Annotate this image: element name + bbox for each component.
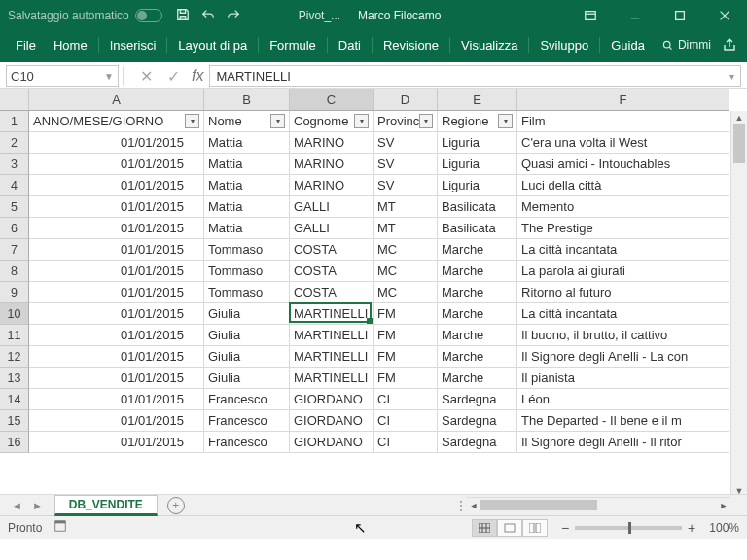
filter-dropdown-icon[interactable]: ▾	[354, 114, 369, 128]
col-header-B[interactable]: B	[204, 89, 290, 111]
cell[interactable]: CI	[374, 389, 438, 410]
row-header[interactable]: 9	[0, 282, 29, 303]
cell[interactable]: MARINO	[290, 175, 374, 196]
tab-data[interactable]: Dati	[330, 33, 370, 57]
cell[interactable]: 01/01/2015	[29, 368, 204, 389]
cell[interactable]: MT	[374, 218, 438, 239]
save-icon[interactable]	[176, 8, 190, 24]
filter-dropdown-icon[interactable]: ▾	[270, 114, 285, 128]
cell[interactable]: 01/01/2015	[29, 239, 204, 261]
zoom-out-icon[interactable]: −	[561, 520, 569, 536]
sheet-nav-prev-icon[interactable]: ◄	[12, 500, 22, 511]
zoom-in-icon[interactable]: +	[688, 520, 695, 536]
tab-help[interactable]: Guida	[602, 33, 654, 57]
zoom-control[interactable]: − + 100%	[561, 520, 739, 536]
row-header[interactable]: 2	[0, 132, 29, 154]
cell[interactable]: La parola ai giurati	[517, 261, 729, 282]
row-header[interactable]: 12	[0, 346, 29, 368]
zoom-value[interactable]: 100%	[709, 521, 739, 535]
cell[interactable]: 01/01/2015	[29, 303, 204, 325]
cell[interactable]: Il Signore degli Anelli - Il ritor	[517, 432, 729, 453]
header-cell[interactable]: ANNO/MESE/GIORNO▾	[29, 111, 204, 132]
tab-formulas[interactable]: Formule	[261, 33, 325, 57]
fx-icon[interactable]: fx	[192, 67, 203, 85]
scroll-up-icon[interactable]: ▲	[731, 111, 747, 124]
cell[interactable]: FM	[374, 325, 438, 346]
cancel-icon[interactable]: ✕	[137, 67, 155, 86]
cell[interactable]: SV	[374, 175, 438, 196]
cell[interactable]: Francesco	[204, 410, 290, 432]
cell[interactable]: Luci della città	[517, 175, 729, 196]
cell[interactable]: Sardegna	[438, 389, 517, 410]
col-header-D[interactable]: D	[374, 89, 438, 111]
cell[interactable]: FM	[374, 368, 438, 389]
tell-me[interactable]: Dimmi	[661, 38, 711, 52]
cell[interactable]: FM	[374, 303, 438, 325]
row-header[interactable]: 15	[0, 410, 29, 432]
tab-insert[interactable]: Inserisci	[101, 33, 165, 57]
cell[interactable]: 01/01/2015	[29, 346, 204, 368]
cell[interactable]: MT	[374, 196, 438, 218]
expand-formula-icon[interactable]: ▾	[729, 71, 734, 82]
cell[interactable]: Liguria	[438, 154, 517, 175]
cell[interactable]: SV	[374, 132, 438, 154]
row-header[interactable]: 10	[0, 303, 29, 325]
horizontal-scrollbar[interactable]: ◄ ►	[467, 497, 730, 512]
cell[interactable]: Basilicata	[438, 196, 517, 218]
cell[interactable]: Mattia	[204, 175, 290, 196]
tab-review[interactable]: Revisione	[374, 33, 447, 57]
view-page-layout-icon[interactable]	[497, 519, 522, 537]
col-header-C[interactable]: C	[290, 89, 374, 111]
cell[interactable]: COSTA	[290, 239, 374, 261]
row-header[interactable]: 11	[0, 325, 29, 346]
cell[interactable]: Il buono, il brutto, il cattivo	[517, 325, 729, 346]
cell[interactable]: Giulia	[204, 303, 290, 325]
cell[interactable]: MC	[374, 239, 438, 261]
tab-layout[interactable]: Layout di pa	[169, 33, 256, 57]
vertical-scrollbar[interactable]: ▲ ▼	[730, 111, 747, 498]
row-header[interactable]: 14	[0, 389, 29, 410]
cell[interactable]: Marche	[438, 325, 517, 346]
cell[interactable]: 01/01/2015	[29, 218, 204, 239]
header-cell[interactable]: Cognome▾	[290, 111, 374, 132]
cell[interactable]: Tommaso	[204, 239, 290, 261]
row-header[interactable]: 5	[0, 196, 29, 218]
ribbon-options-icon[interactable]	[568, 0, 613, 31]
zoom-slider[interactable]	[575, 526, 682, 530]
cell[interactable]: Basilicata	[438, 218, 517, 239]
cell[interactable]: La città incantata	[517, 239, 729, 261]
col-header-A[interactable]: A	[29, 89, 204, 111]
cell[interactable]: 01/01/2015	[29, 154, 204, 175]
cell[interactable]: Marche	[438, 368, 517, 389]
user-name[interactable]: Marco Filocamo	[358, 9, 441, 22]
row-header[interactable]: 4	[0, 175, 29, 196]
cell[interactable]: Liguria	[438, 132, 517, 154]
cell[interactable]: 01/01/2015	[29, 282, 204, 303]
filter-dropdown-icon[interactable]: ▾	[498, 114, 513, 128]
cell[interactable]: Marche	[438, 346, 517, 368]
cell[interactable]: Francesco	[204, 389, 290, 410]
header-cell[interactable]: Regione▾	[438, 111, 517, 132]
cell[interactable]: The Departed - Il bene e il m	[517, 410, 729, 432]
cell[interactable]: Quasi amici - Intouchables	[517, 154, 729, 175]
cell[interactable]: Giulia	[204, 325, 290, 346]
cell[interactable]: Giulia	[204, 368, 290, 389]
view-normal-icon[interactable]	[472, 519, 497, 537]
tab-view[interactable]: Visualizza	[452, 33, 526, 57]
cell[interactable]: Giulia	[204, 346, 290, 368]
undo-icon[interactable]	[201, 8, 215, 24]
scroll-left-icon[interactable]: ◄	[467, 498, 480, 512]
cell[interactable]: Léon	[517, 389, 729, 410]
cell[interactable]: MC	[374, 261, 438, 282]
cell[interactable]: Francesco	[204, 432, 290, 453]
header-cell[interactable]: Film	[517, 111, 729, 132]
redo-icon[interactable]	[227, 8, 240, 24]
cell[interactable]: GALLI	[290, 196, 374, 218]
toggle-switch-icon[interactable]	[135, 9, 162, 22]
cell[interactable]: Sardegna	[438, 410, 517, 432]
cell[interactable]: C'era una volta il West	[517, 132, 729, 154]
col-header-E[interactable]: E	[438, 89, 517, 111]
filter-dropdown-icon[interactable]: ▾	[419, 114, 433, 128]
cell[interactable]: MARTINELLI	[290, 368, 374, 389]
maximize-icon[interactable]	[658, 0, 702, 31]
